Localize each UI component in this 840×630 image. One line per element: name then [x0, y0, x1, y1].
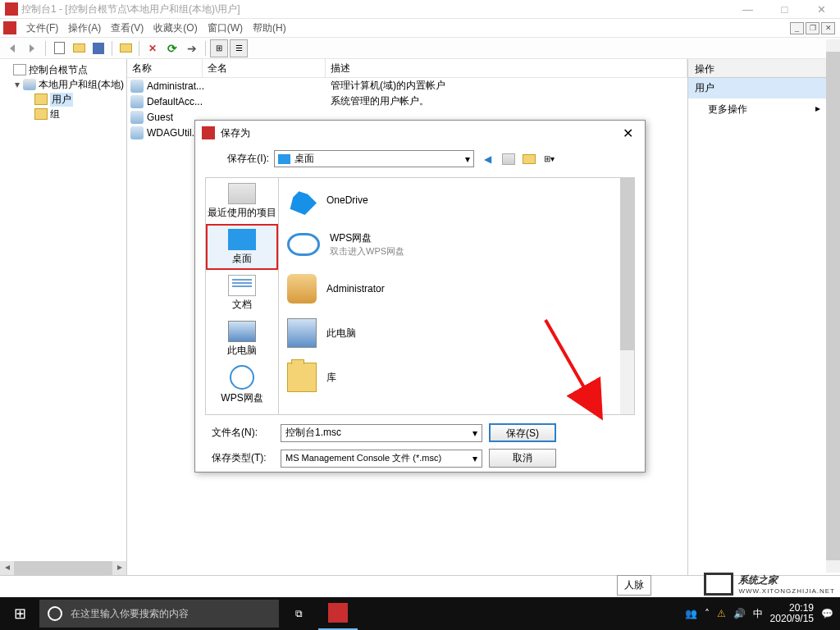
side-documents[interactable]: 文档: [206, 270, 278, 316]
window-scrollbar[interactable]: [826, 39, 840, 573]
file-item[interactable]: 此电脑: [279, 311, 634, 355]
pc-icon: [287, 318, 317, 348]
app-icon: [5, 2, 18, 16]
dialog-close-button[interactable]: ✕: [618, 126, 638, 141]
menu-bar: 文件(F) 操作(A) 查看(V) 收藏夹(O) 窗口(W) 帮助(H) _ ❐…: [0, 19, 840, 37]
savein-label: 保存在(I):: [205, 152, 269, 166]
file-item[interactable]: 库: [279, 355, 634, 399]
people-tooltip: 人脉: [617, 575, 651, 596]
user-icon: [130, 80, 144, 93]
volume-icon[interactable]: 🔊: [733, 608, 746, 619]
people-button[interactable]: 👥: [685, 608, 697, 619]
onedrive-icon: [287, 185, 317, 215]
filename-input[interactable]: 控制台1.msc▾: [281, 424, 482, 442]
properties-button[interactable]: ⊞: [210, 39, 228, 57]
search-icon: [48, 606, 62, 621]
side-pc[interactable]: 此电脑: [206, 316, 278, 362]
list-item[interactable]: Administrat...管理计算机(域)的内置帐户: [127, 78, 687, 94]
col-desc[interactable]: 描述: [326, 59, 687, 77]
mdi-minimize[interactable]: _: [790, 22, 804, 34]
tree-root[interactable]: 控制台根节点: [2, 62, 125, 77]
save-confirm-button[interactable]: 保存(S): [489, 423, 556, 442]
desktop-icon: [278, 154, 290, 164]
file-item[interactable]: WPS网盘双击进入WPS网盘: [279, 222, 634, 267]
library-icon: [287, 363, 317, 392]
taskbar: ⊞ 在这里输入你要搜索的内容 ⧉ 👥 ˄ ⚠ 🔊 中 20:192020/9/1…: [0, 597, 840, 630]
taskbar-app[interactable]: [318, 597, 358, 630]
col-fullname[interactable]: 全名: [203, 59, 326, 77]
tree-groups[interactable]: 组: [2, 107, 125, 121]
col-name[interactable]: 名称: [127, 59, 203, 77]
list-view-button[interactable]: ☰: [230, 39, 248, 57]
forward-button[interactable]: [23, 39, 41, 57]
actions-header: 操作: [688, 59, 840, 78]
toolbar-separator: [205, 41, 206, 56]
up-button[interactable]: [116, 39, 135, 57]
tree-scrollbar[interactable]: ◂▸: [0, 561, 126, 575]
maximize-button[interactable]: □: [766, 0, 803, 19]
pc-icon: [228, 321, 256, 342]
refresh-button[interactable]: ⟳: [163, 39, 181, 57]
new-folder-button[interactable]: [520, 150, 537, 167]
view-menu-button[interactable]: ⊞▾: [541, 150, 558, 167]
dialog-icon: [202, 126, 215, 139]
menu-help[interactable]: 帮助(H): [248, 20, 291, 37]
ime-icon[interactable]: 中: [753, 607, 763, 621]
tray-up-icon[interactable]: ˄: [705, 608, 710, 619]
dialog-titlebar: 保存为 ✕: [195, 121, 645, 145]
up-nav-button[interactable]: [500, 150, 517, 167]
title-bar: 控制台1 - [控制台根节点\本地用户和组(本地)\用户] — □ ✕: [0, 0, 840, 19]
window-title: 控制台1 - [控制台根节点\本地用户和组(本地)\用户]: [21, 2, 240, 16]
tree-users[interactable]: 用户: [2, 92, 125, 107]
mdi-restore[interactable]: ❐: [806, 22, 819, 34]
close-button[interactable]: ✕: [803, 0, 840, 19]
security-icon[interactable]: ⚠: [717, 608, 726, 619]
cancel-button[interactable]: 取消: [489, 449, 556, 468]
file-item[interactable]: Administrator: [279, 267, 634, 311]
toolbar-separator: [139, 41, 139, 56]
notification-icon[interactable]: 💬: [821, 608, 833, 619]
list-item[interactable]: DefaultAcc...系统管理的用户帐户。: [127, 94, 687, 109]
file-item[interactable]: OneDrive: [279, 178, 634, 222]
filetype-dropdown[interactable]: MS Management Console 文件 (*.msc)▾: [281, 450, 482, 468]
dialog-title: 保存为: [221, 126, 250, 140]
save-dialog: 保存为 ✕ 保存在(I): 桌面▾ ◀ ⊞▾ 最近使用的项目 桌面 文档 此电脑…: [194, 120, 646, 472]
list-header: 名称 全名 描述: [127, 59, 687, 78]
export-button[interactable]: ➔: [183, 39, 201, 57]
cloud-icon: [287, 233, 320, 256]
minimize-button[interactable]: —: [729, 0, 766, 19]
filetype-label: 保存类型(T):: [205, 451, 274, 465]
menu-window[interactable]: 窗口(W): [203, 20, 248, 37]
clock[interactable]: 20:192020/9/15: [770, 603, 814, 624]
file-scrollbar[interactable]: [620, 178, 634, 414]
open-button[interactable]: [70, 39, 88, 57]
tree-group[interactable]: ▾本地用户和组(本地): [2, 77, 125, 92]
menu-action[interactable]: 操作(A): [63, 20, 106, 37]
toolbar-separator: [112, 41, 112, 56]
watermark-logo: [704, 573, 733, 596]
back-nav-button[interactable]: ◀: [479, 150, 496, 167]
desktop-icon: [228, 229, 256, 250]
side-desktop[interactable]: 桌面: [206, 224, 278, 270]
user-icon: [130, 95, 144, 108]
menu-favorites[interactable]: 收藏夹(O): [148, 20, 202, 37]
search-box[interactable]: 在这里输入你要搜索的内容: [39, 600, 279, 628]
savein-dropdown[interactable]: 桌面▾: [274, 150, 474, 167]
delete-button[interactable]: ✕: [144, 39, 162, 57]
user-icon: [130, 126, 144, 139]
save-button[interactable]: [89, 39, 107, 57]
start-button[interactable]: ⊞: [0, 597, 39, 630]
actions-subheader[interactable]: 用户▴: [688, 78, 840, 98]
menu-file[interactable]: 文件(F): [21, 20, 63, 37]
mdi-close[interactable]: ✕: [821, 22, 835, 34]
side-recent[interactable]: 最近使用的项目: [206, 178, 278, 224]
watermark: 系统之家WWW.XITONGZHIJIA.NET: [704, 573, 835, 596]
side-wps[interactable]: WPS网盘: [206, 362, 278, 408]
menu-view[interactable]: 查看(V): [106, 20, 148, 37]
task-view-button[interactable]: ⧉: [279, 597, 318, 630]
actions-more[interactable]: 更多操作▸: [688, 98, 840, 121]
new-button[interactable]: [50, 39, 68, 57]
toolbar-separator: [45, 41, 46, 56]
back-button[interactable]: [3, 39, 21, 57]
user-icon: [130, 111, 144, 124]
